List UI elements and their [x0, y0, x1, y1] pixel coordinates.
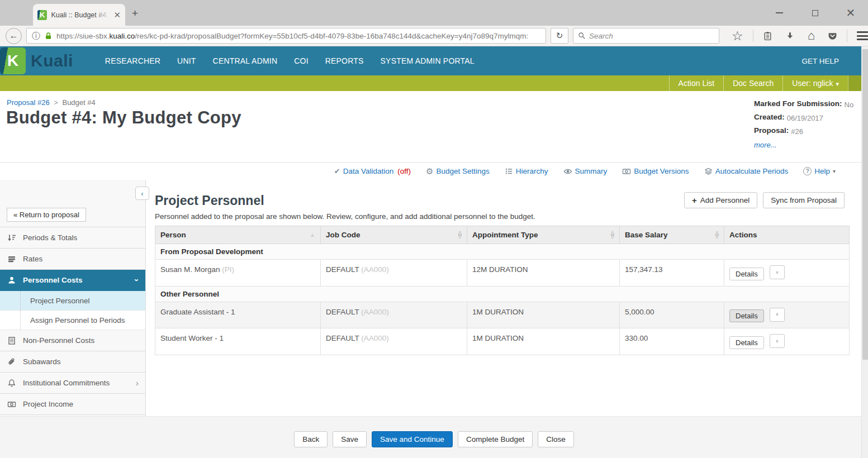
sort-toggle-icon[interactable]: △▽	[715, 231, 719, 238]
toolbar-divider	[847, 30, 847, 42]
sync-from-proposal-button[interactable]: Sync from Proposal	[763, 192, 845, 208]
budget-meta: Marked For Submission:NoCreated:06/19/20…	[754, 97, 855, 150]
util-action-list[interactable]: Action List	[669, 75, 724, 91]
breadcrumb-proposal-link[interactable]: Proposal #26	[7, 98, 50, 107]
toolbar-autocalculate-periods[interactable]: Autocalculate Periods	[704, 167, 789, 175]
tab-close-icon[interactable]: ✕	[113, 11, 121, 19]
nav-item-system-admin-portal[interactable]: SYSTEM ADMIN PORTAL	[372, 46, 483, 75]
nav-item-researcher[interactable]: RESEARCHER	[97, 46, 169, 75]
toolbar-hierarchy[interactable]: Hierarchy	[505, 167, 548, 175]
close-window-button[interactable]: ✕	[841, 4, 860, 21]
delete-row-button[interactable]	[770, 308, 785, 322]
sidebar-item-project-income[interactable]: Project Income	[0, 394, 145, 415]
sidebar-subitem-label: Project Personnel	[30, 297, 90, 305]
page-header: Proposal #26 > Budget #4 Budget #4: My B…	[0, 91, 868, 180]
util-doc-search[interactable]: Doc Search	[723, 75, 782, 91]
document-icon	[7, 336, 17, 345]
cell-person: Graduate Assistant - 1	[155, 302, 321, 328]
meta-label: Marked For Submission:	[754, 99, 842, 108]
details-button[interactable]: Details	[729, 268, 764, 280]
sidebar-subitem-assign-personnel-to-periods[interactable]: Assign Personnel to Periods	[0, 311, 145, 330]
cell-base-salary: 330.00	[620, 328, 724, 355]
page-scrollbar[interactable]	[861, 46, 868, 458]
sort-toggle-icon[interactable]: △▽	[611, 231, 614, 238]
details-button[interactable]: Details	[729, 309, 764, 322]
back-navigation-button[interactable]: ←	[6, 28, 22, 44]
scrollbar-thumb[interactable]	[862, 49, 868, 360]
sort-asc-icon[interactable]: ▲	[310, 232, 315, 238]
sidebar-item-label: Periods & Totals	[23, 233, 77, 242]
section-actions: + Add Personnel Sync from Proposal	[684, 192, 845, 208]
sidebar-item-rates[interactable]: Rates	[0, 249, 145, 270]
home-icon[interactable]: ⌂	[808, 30, 815, 42]
sort-toggle-icon[interactable]: △▽	[458, 231, 462, 238]
url-text: https://siue-sbx.kuali.co/res/kc-pd-krad…	[56, 32, 540, 40]
sidebar-item-periods-totals[interactable]: Periods & Totals	[0, 227, 145, 249]
cell-job-code: DEFAULT (AA000)	[321, 328, 467, 355]
sidebar-item-institutional-commitments[interactable]: Institutional Commitments›	[0, 373, 145, 394]
page-info-icon[interactable]: ⓘ	[32, 31, 40, 41]
nav-item-unit[interactable]: UNIT	[169, 46, 204, 75]
details-button[interactable]: Details	[729, 336, 764, 349]
menu-hamburger-icon[interactable]	[857, 31, 868, 40]
back-button[interactable]: Back	[294, 431, 328, 447]
sidebar-collapse-button[interactable]: ‹	[135, 187, 149, 200]
column-header-appointment-type[interactable]: Appointment Type△▽	[467, 226, 620, 244]
return-to-proposal-button[interactable]: « Return to proposal	[7, 208, 86, 222]
column-header-person[interactable]: Person▲	[155, 226, 321, 244]
nav-item-coi[interactable]: COI	[286, 46, 317, 75]
browser-tab[interactable]: K Kuali :: Budget #4: My Budge ✕	[33, 4, 125, 26]
eye-icon	[563, 167, 572, 176]
address-bar[interactable]: ⓘ https://siue-sbx.kuali.co/res/kc-pd-kr…	[26, 28, 546, 44]
minimize-button[interactable]	[770, 4, 789, 21]
maximize-button[interactable]	[805, 4, 824, 21]
nav-item-reports[interactable]: REPORTS	[317, 46, 372, 75]
sidebar-item-personnel-costs[interactable]: Personnel Costs›	[0, 270, 145, 291]
column-header-job-code[interactable]: Job Code△▽	[321, 226, 467, 244]
delete-row-button[interactable]	[770, 334, 785, 348]
pocket-icon[interactable]	[828, 31, 837, 41]
toolbar-status: (off)	[397, 167, 411, 175]
sidebar-item-label: Subawards	[23, 357, 61, 366]
toolbar-data-validation[interactable]: ✔Data Validation(off)	[334, 167, 411, 175]
downloads-icon[interactable]	[785, 31, 795, 41]
sidebar-menu: Periods & TotalsRatesPersonnel Costs›Pro…	[0, 227, 145, 416]
bell-icon	[7, 379, 17, 388]
column-header-base-salary[interactable]: Base Salary△▽	[620, 226, 724, 244]
complete-budget-button[interactable]: Complete Budget	[458, 431, 533, 447]
toolbar-label: Budget Settings	[436, 167, 489, 175]
toolbar-budget-settings[interactable]: ⚙Budget Settings	[426, 166, 490, 176]
browser-search-input[interactable]	[589, 32, 714, 40]
save-and-continue-button[interactable]: Save and Continue	[372, 431, 453, 447]
bookmark-star-icon[interactable]: ☆	[732, 30, 743, 42]
sidebar-item-non-personnel-costs[interactable]: Non-Personnel Costs	[0, 330, 145, 351]
bookmarks-clipboard-icon[interactable]	[763, 31, 772, 41]
personnel-table: Person▲Job Code△▽Appointment Type△▽Base …	[155, 226, 850, 355]
primary-nav-items: RESEARCHERUNITCENTRAL ADMINCOIREPORTSSYS…	[97, 46, 483, 75]
more-link[interactable]: more...	[754, 141, 776, 149]
kuali-logo-icon: K	[0, 47, 26, 74]
page-title: Budget #4: My Budget Copy	[6, 108, 241, 128]
browser-search-bar[interactable]	[573, 28, 719, 44]
delete-row-button[interactable]	[770, 265, 785, 279]
toolbar-help[interactable]: ?Help▾	[803, 167, 836, 175]
add-personnel-button[interactable]: + Add Personnel	[684, 192, 757, 208]
save-button[interactable]: Save	[333, 431, 367, 447]
column-label: Appointment Type	[472, 231, 538, 239]
get-help-link[interactable]: GET HELP	[801, 57, 839, 65]
meta-row-created: Created:06/19/2017	[754, 110, 855, 123]
sidebar-subitem-project-personnel[interactable]: Project Personnel	[0, 291, 145, 311]
toolbar-summary[interactable]: Summary	[563, 167, 608, 176]
nav-item-central-admin[interactable]: CENTRAL ADMIN	[205, 46, 286, 75]
close-button[interactable]: Close	[538, 431, 574, 447]
sidebar-item-subawards[interactable]: Subawards	[0, 351, 145, 373]
sidebar-subitem-label: Assign Personnel to Periods	[30, 316, 125, 325]
new-tab-button[interactable]: +	[132, 8, 138, 18]
chevron-down-icon: ›	[136, 275, 139, 285]
reload-icon[interactable]: ↻	[551, 28, 568, 44]
util-user-nglick[interactable]: User: nglick▾	[782, 75, 848, 91]
kuali-brand[interactable]: K Kuali	[0, 46, 73, 75]
cell-actions: Details	[724, 328, 850, 355]
person-icon	[7, 276, 17, 285]
toolbar-budget-versions[interactable]: Budget Versions	[622, 167, 689, 176]
